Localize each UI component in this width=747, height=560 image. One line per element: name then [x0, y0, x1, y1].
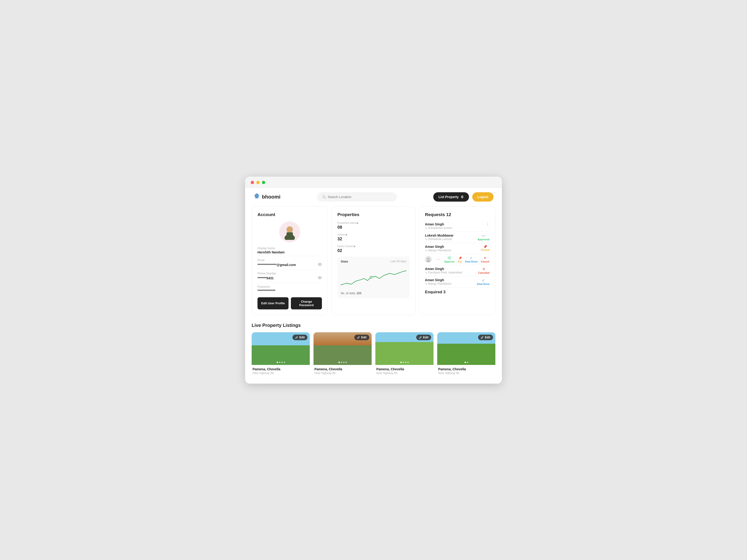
action-bar-avatar [425, 256, 432, 263]
listing-info-2: Pamena, Chevella Near highway 88 [313, 365, 371, 376]
browser-content: bhoomi List Property Logou [245, 188, 502, 383]
listing-image-4: Edit [437, 332, 495, 365]
status-canceled-5: Canceled [478, 271, 490, 274]
listing-name-4: Pamena, Chevella [438, 367, 494, 371]
change-password-label: Change Password [299, 300, 313, 307]
listing-sub-3: Near highway 88 [376, 371, 433, 375]
action-bar-dots[interactable]: ⋯ [436, 258, 440, 261]
stats-header: Stats Last 30 days [341, 260, 406, 263]
canceled-icon-5: ✕ [478, 267, 490, 271]
sep1 [257, 256, 322, 256]
svg-point-10 [319, 264, 320, 265]
listing-card-1: Edit Pamena, Chevella Near highway 88 [252, 332, 310, 376]
maximize-dot[interactable] [262, 181, 265, 184]
request-header-3: Aman Singh Mango Plantations 📌 Pinned [425, 245, 490, 252]
change-password-button[interactable]: Change Password [291, 297, 322, 310]
request-status-3: 📌 Pinned [481, 245, 490, 251]
navbar: bhoomi List Property Logou [245, 188, 502, 206]
listings-grid: Edit Pamena, Chevella Near highway 88 [252, 332, 495, 376]
svg-text:✕: ✕ [484, 257, 486, 260]
avatar-container [257, 221, 322, 242]
requests-card: Requests 12 Aman Singh Sriharikota Lemon… [419, 206, 495, 315]
logo: bhoomi [254, 193, 280, 201]
phone-row: *******5431 [257, 275, 322, 281]
action-pin[interactable]: 📌 Pin [458, 256, 462, 263]
svg-text:✓: ✓ [470, 257, 472, 260]
browser-window: bhoomi List Property Logou [245, 177, 502, 383]
avatar-svg [282, 224, 298, 240]
listing-card-4: Edit Pamena, Chevella Near highway 88 [437, 332, 495, 376]
request-name-3: Aman Singh [425, 245, 452, 248]
location-pin-icon [461, 195, 464, 198]
enquired-section: Enquired 3 [425, 290, 490, 294]
phone-label: Phone Number [257, 272, 322, 275]
request-name-6: Aman Singh [425, 278, 452, 282]
request-header-1: Aman Singh Sriharikota Lemons ⋮ [425, 222, 490, 230]
requests-title-row: Requests 12 [425, 212, 490, 217]
status-pinned-3: Pinned [481, 248, 490, 251]
svg-point-4 [462, 196, 463, 197]
request-item-3: Aman Singh Mango Plantations 📌 Pinned [425, 243, 490, 254]
saved-label: Saved ▶ [337, 233, 409, 236]
stats-footer: No. of visits: 223 [341, 292, 406, 295]
edit-button-2[interactable]: Edit [354, 335, 369, 340]
action-bar: ⋯ ✓ Approve 📌 Pin ✓ Deal Done ✕ [425, 254, 490, 265]
display-name-value: Harshith Nandam [257, 250, 322, 254]
account-title: Account [257, 212, 322, 217]
status-approved-2: Approved [478, 238, 490, 241]
requests-title: Requests 12 [425, 212, 451, 217]
email-visibility-toggle[interactable] [318, 262, 322, 267]
image-dots-4 [465, 362, 468, 363]
listing-sub-2: Near highway 88 [314, 371, 371, 375]
request-dots-1[interactable]: ⋮ [486, 222, 490, 226]
request-item-2: Lokesh Muddawar Sriharikota Lemons ⋯ App… [425, 232, 490, 243]
edit-button-3[interactable]: Edit [416, 335, 431, 340]
request-status-5: ✕ Canceled [478, 267, 490, 274]
account-actions: Edit User Profile Change Password [257, 297, 322, 310]
svg-point-13 [370, 276, 372, 278]
stats-title: Stats [341, 260, 348, 263]
phone-visibility-toggle[interactable] [318, 275, 322, 281]
request-status-6: ✓ Deal Done [477, 278, 490, 285]
action-approve[interactable]: ✓ Approve [444, 256, 455, 263]
list-property-label: List Property [438, 195, 459, 199]
action-cancel[interactable]: ✕ Cancel [481, 256, 489, 263]
logout-label: Logout [478, 195, 488, 199]
request-item-6: Aman Singh Mango Plantations ✓ Deal Done [425, 276, 490, 288]
listing-card-2: Edit Pamena, Chevella Near highway 88 [313, 332, 371, 376]
action-deal-done[interactable]: ✓ Deal Done [465, 256, 478, 263]
logo-text: bhoomi [262, 194, 280, 200]
close-dot[interactable] [251, 181, 254, 184]
svg-rect-8 [287, 232, 293, 236]
password-value: ************** [257, 289, 322, 293]
svg-point-15 [427, 260, 430, 262]
request-item-5: Aman Singh Farmland Plots, Hyderabad ✕ C… [425, 265, 490, 276]
search-input[interactable] [328, 195, 392, 199]
minimize-dot[interactable] [256, 181, 260, 184]
request-name-1: Aman Singh [425, 222, 453, 226]
properties-title: Properties [337, 212, 409, 217]
listing-name-1: Pamena, Chevella [253, 367, 309, 371]
properties-card: Properties Properties listed ▶ 08 Saved … [332, 206, 415, 315]
visits-value: 223 [357, 292, 361, 295]
phone-value: *******5431 [257, 276, 274, 280]
edit-profile-button[interactable]: Edit User Profile [257, 297, 288, 310]
sep3 [257, 283, 322, 283]
email-value: ***************@gmail.com [257, 263, 296, 267]
image-dots-3 [400, 362, 409, 363]
request-sub-6: Mango Plantations [425, 282, 452, 285]
request-sub-3: Mango Plantations [425, 249, 452, 252]
listing-card-3: Edit Pamena, Chevella Near highway 88 [376, 332, 434, 376]
search-bar[interactable] [317, 192, 396, 202]
listing-info-4: Pamena, Chevella Near highway 88 [437, 365, 495, 376]
logout-button[interactable]: Logout [472, 192, 493, 202]
list-property-button[interactable]: List Property [433, 192, 469, 202]
listings-section: Live Property Listings Edit [245, 321, 502, 383]
edit-button-4[interactable]: Edit [478, 335, 493, 340]
pencil-icon-4 [481, 336, 484, 339]
stats-box: Stats Last 30 days No. of visits: 223 [337, 257, 409, 298]
edit-button-1[interactable]: Edit [292, 335, 307, 340]
listed-value: 08 [337, 225, 409, 230]
request-sub-1: Sriharikota Lemons [425, 226, 453, 230]
svg-text:✓: ✓ [448, 257, 450, 259]
